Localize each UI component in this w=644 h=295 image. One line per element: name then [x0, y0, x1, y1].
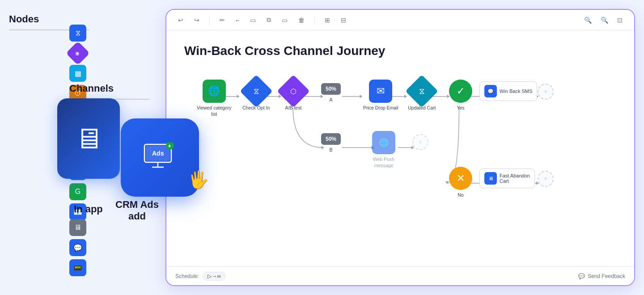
viewed-category-label: Viewed categorylist: [197, 105, 231, 117]
svg-text:+: +: [168, 143, 171, 149]
zoom-out-btn[interactable]: 🔍: [581, 15, 594, 25]
feedback-icon: 💬: [578, 273, 585, 279]
trash-btn[interactable]: 🗑: [296, 15, 307, 25]
connector-btn[interactable]: ⌐: [233, 15, 242, 25]
ch-icon-9[interactable]: 📟: [69, 259, 86, 276]
redo-btn[interactable]: ↪: [191, 15, 202, 25]
cursor-icon: 🖐: [188, 170, 209, 190]
ghost-1: +: [538, 84, 554, 100]
pen-btn[interactable]: ✏: [217, 15, 228, 25]
feedback-label: Send Feedback: [588, 273, 625, 279]
schedule-value[interactable]: ▷→∞: [203, 272, 226, 281]
flow2-btn[interactable]: ⊟: [338, 15, 349, 25]
zoom-in-btn[interactable]: 🔍: [598, 15, 611, 25]
win-back-sms-label: Win Back SMS: [500, 88, 532, 94]
channels-title: Channels: [69, 83, 150, 94]
node-fast-abandon-cart[interactable]: 🖥 Fast AbandonCart: [479, 169, 535, 188]
node-price-drop-email[interactable]: ✉ Price Drop Email: [363, 80, 398, 111]
sidebar-icon-grid[interactable]: ▦: [69, 65, 86, 82]
node-split-b: 50% B: [321, 133, 341, 153]
sidebar-icon-filter1[interactable]: ⧖: [69, 25, 86, 42]
split-a-label: A: [330, 97, 333, 103]
toolbar: ↩ ↪ ✏ ⌐ ▭ ⧉ ▭ 🗑 ⊞ ⊟ 🔍 🔍 ⊡: [166, 10, 634, 30]
flow-container: 🌐 Viewed categorylist ⧖ Check Opt In ⬡ A…: [184, 72, 616, 259]
layer-btn[interactable]: ▭: [279, 15, 290, 25]
ghost-3: +: [538, 171, 554, 187]
ghost-2: +: [412, 134, 428, 150]
sep1: [209, 16, 210, 25]
undo-btn[interactable]: ↩: [175, 15, 186, 25]
no-label: No: [458, 192, 463, 198]
frame-btn[interactable]: ▭: [247, 15, 258, 25]
canvas-title: Win-Back Cross Channel Journey: [184, 44, 616, 58]
ch-icon-5[interactable]: G: [69, 183, 86, 200]
zoom-controls: 🔍 🔍 ⊡: [581, 15, 625, 25]
fast-abandon-label: Fast AbandonCart: [500, 173, 530, 184]
yes-label: Yes: [457, 105, 464, 111]
sidebar-icon-filter2[interactable]: ◈: [66, 41, 90, 65]
ch-icon-7[interactable]: 🖥: [69, 219, 86, 236]
zoom-reset-btn[interactable]: ⊡: [614, 15, 625, 25]
bottom-bar: Schedule: ▷→∞ 💬 Send Feedback: [166, 266, 634, 285]
web-push-label: Web Pushmessage: [373, 156, 394, 169]
node-win-back-sms[interactable]: 💬 Win Back SMS: [479, 81, 537, 101]
node-yes: ✓ Yes: [449, 80, 472, 111]
sep2: [314, 16, 315, 25]
canvas-area: Win-Back Cross Channel Journey: [166, 30, 634, 263]
node-viewed-category[interactable]: 🌐 Viewed categorylist: [197, 80, 231, 117]
node-split-a: 50% A: [321, 83, 341, 103]
node-no: ✕ No: [449, 167, 472, 198]
flow1-btn[interactable]: ⊞: [322, 15, 333, 25]
crm-label: CRM Adsadd: [115, 199, 159, 223]
node-check-opt-in[interactable]: ⧖ Check Opt In: [242, 80, 270, 111]
price-drop-icon: ✉: [369, 80, 392, 103]
svg-marker-14: [360, 95, 362, 98]
price-drop-label: Price Drop Email: [363, 105, 398, 111]
main-canvas: ↩ ↪ ✏ ⌐ ▭ ⧉ ▭ 🗑 ⊞ ⊟ 🔍 🔍 ⊡ Win-Back Cross…: [165, 9, 635, 286]
node-ab-test[interactable]: ⬡ A/B test: [282, 80, 305, 111]
inapp-title: In app: [74, 203, 103, 215]
svg-marker-28: [445, 181, 449, 184]
node-updated-cart[interactable]: ⧖ Updated Cart: [408, 80, 436, 111]
node-web-push[interactable]: 🌐 Web Pushmessage: [372, 131, 395, 169]
viewed-category-icon: 🌐: [203, 80, 226, 103]
tablet-card: 🖥: [57, 98, 120, 179]
svg-marker-16: [404, 95, 407, 98]
send-feedback-btn[interactable]: 💬 Send Feedback: [578, 273, 625, 279]
schedule-label: Schedule:: [175, 273, 199, 279]
duplicate-btn[interactable]: ⧉: [264, 14, 274, 25]
nodes-title: Nodes: [9, 13, 157, 25]
split-b-label: B: [330, 147, 333, 153]
ch-icon-8[interactable]: 💬: [69, 239, 86, 256]
crm-ads-card[interactable]: Ads +: [121, 118, 199, 197]
svg-text:Ads: Ads: [152, 150, 164, 157]
svg-marker-8: [237, 95, 240, 98]
